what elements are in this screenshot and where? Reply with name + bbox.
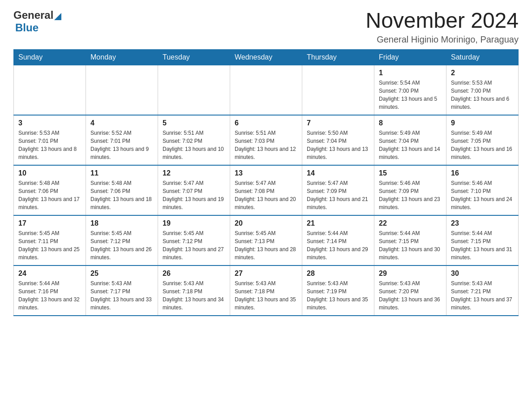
calendar-cell: 11Sunrise: 5:48 AM Sunset: 7:06 PM Dayli… — [86, 165, 158, 215]
day-number: 17 — [18, 219, 81, 227]
day-info: Sunrise: 5:45 AM Sunset: 7:12 PM Dayligh… — [90, 229, 153, 261]
day-number: 5 — [163, 119, 225, 127]
calendar-cell: 19Sunrise: 5:45 AM Sunset: 7:12 PM Dayli… — [158, 215, 230, 265]
day-number: 27 — [235, 270, 297, 278]
day-number: 22 — [379, 219, 442, 227]
calendar-cell: 24Sunrise: 5:44 AM Sunset: 7:16 PM Dayli… — [14, 265, 86, 316]
day-number: 18 — [90, 219, 153, 227]
day-info: Sunrise: 5:43 AM Sunset: 7:17 PM Dayligh… — [90, 279, 153, 312]
day-number: 2 — [451, 69, 514, 77]
calendar-cell: 14Sunrise: 5:47 AM Sunset: 7:09 PM Dayli… — [302, 165, 374, 215]
calendar-week-row: 1Sunrise: 5:54 AM Sunset: 7:00 PM Daylig… — [14, 65, 519, 115]
logo-blue-text: Blue — [15, 21, 39, 34]
day-info: Sunrise: 5:51 AM Sunset: 7:03 PM Dayligh… — [235, 129, 297, 161]
logo-triangle-icon — [54, 13, 61, 20]
day-info: Sunrise: 5:49 AM Sunset: 7:05 PM Dayligh… — [451, 129, 514, 161]
day-info: Sunrise: 5:43 AM Sunset: 7:18 PM Dayligh… — [235, 279, 297, 312]
day-header-tuesday: Tuesday — [158, 49, 230, 65]
calendar-cell: 12Sunrise: 5:47 AM Sunset: 7:07 PM Dayli… — [158, 165, 230, 215]
day-number: 1 — [379, 69, 442, 77]
calendar-cell — [302, 65, 374, 115]
day-number: 15 — [379, 169, 442, 177]
day-number: 19 — [163, 219, 225, 227]
day-number: 13 — [235, 169, 297, 177]
day-number: 28 — [307, 270, 369, 278]
calendar-week-row: 24Sunrise: 5:44 AM Sunset: 7:16 PM Dayli… — [14, 265, 519, 316]
calendar-table: SundayMondayTuesdayWednesdayThursdayFrid… — [13, 49, 519, 316]
calendar-cell: 30Sunrise: 5:43 AM Sunset: 7:21 PM Dayli… — [446, 265, 519, 316]
day-info: Sunrise: 5:45 AM Sunset: 7:13 PM Dayligh… — [235, 229, 297, 261]
calendar-cell: 21Sunrise: 5:44 AM Sunset: 7:14 PM Dayli… — [302, 215, 374, 265]
calendar-cell: 9Sunrise: 5:49 AM Sunset: 7:05 PM Daylig… — [446, 115, 519, 165]
calendar-cell: 6Sunrise: 5:51 AM Sunset: 7:03 PM Daylig… — [230, 115, 302, 165]
day-header-monday: Monday — [86, 49, 158, 65]
day-info: Sunrise: 5:50 AM Sunset: 7:04 PM Dayligh… — [307, 129, 369, 161]
day-info: Sunrise: 5:52 AM Sunset: 7:01 PM Dayligh… — [90, 129, 153, 161]
day-info: Sunrise: 5:53 AM Sunset: 7:01 PM Dayligh… — [18, 129, 81, 161]
day-number: 30 — [451, 270, 514, 278]
day-number: 3 — [18, 119, 81, 127]
calendar-cell: 25Sunrise: 5:43 AM Sunset: 7:17 PM Dayli… — [86, 265, 158, 316]
day-info: Sunrise: 5:43 AM Sunset: 7:18 PM Dayligh… — [163, 279, 225, 312]
page-header: General Blue November 2024 General Higin… — [13, 9, 519, 45]
calendar-cell: 18Sunrise: 5:45 AM Sunset: 7:12 PM Dayli… — [86, 215, 158, 265]
calendar-cell: 2Sunrise: 5:53 AM Sunset: 7:00 PM Daylig… — [446, 65, 519, 115]
calendar-cell: 23Sunrise: 5:44 AM Sunset: 7:15 PM Dayli… — [446, 215, 519, 265]
calendar-cell: 20Sunrise: 5:45 AM Sunset: 7:13 PM Dayli… — [230, 215, 302, 265]
day-info: Sunrise: 5:48 AM Sunset: 7:06 PM Dayligh… — [18, 179, 81, 211]
day-number: 23 — [451, 219, 514, 227]
day-info: Sunrise: 5:47 AM Sunset: 7:08 PM Dayligh… — [235, 179, 297, 211]
calendar-cell: 5Sunrise: 5:51 AM Sunset: 7:02 PM Daylig… — [158, 115, 230, 165]
calendar-cell — [158, 65, 230, 115]
day-number: 25 — [90, 270, 153, 278]
day-info: Sunrise: 5:43 AM Sunset: 7:19 PM Dayligh… — [307, 279, 369, 312]
calendar-cell — [86, 65, 158, 115]
day-number: 6 — [235, 119, 297, 127]
calendar-cell — [230, 65, 302, 115]
day-number: 7 — [307, 119, 369, 127]
day-info: Sunrise: 5:45 AM Sunset: 7:12 PM Dayligh… — [163, 229, 225, 261]
day-number: 24 — [18, 270, 81, 278]
day-info: Sunrise: 5:53 AM Sunset: 7:00 PM Dayligh… — [451, 79, 514, 111]
calendar-cell: 22Sunrise: 5:44 AM Sunset: 7:15 PM Dayli… — [374, 215, 446, 265]
calendar-week-row: 3Sunrise: 5:53 AM Sunset: 7:01 PM Daylig… — [14, 115, 519, 165]
day-info: Sunrise: 5:47 AM Sunset: 7:07 PM Dayligh… — [163, 179, 225, 211]
calendar-cell: 27Sunrise: 5:43 AM Sunset: 7:18 PM Dayli… — [230, 265, 302, 316]
calendar-cell: 28Sunrise: 5:43 AM Sunset: 7:19 PM Dayli… — [302, 265, 374, 316]
day-info: Sunrise: 5:51 AM Sunset: 7:02 PM Dayligh… — [163, 129, 225, 161]
day-number: 8 — [379, 119, 442, 127]
day-number: 21 — [307, 219, 369, 227]
calendar-cell: 29Sunrise: 5:43 AM Sunset: 7:20 PM Dayli… — [374, 265, 446, 316]
day-header-sunday: Sunday — [14, 49, 86, 65]
day-info: Sunrise: 5:46 AM Sunset: 7:10 PM Dayligh… — [451, 179, 514, 211]
calendar-cell: 3Sunrise: 5:53 AM Sunset: 7:01 PM Daylig… — [14, 115, 86, 165]
day-header-saturday: Saturday — [446, 49, 519, 65]
calendar-cell: 8Sunrise: 5:49 AM Sunset: 7:04 PM Daylig… — [374, 115, 446, 165]
calendar-title: November 2024 — [365, 9, 519, 33]
day-info: Sunrise: 5:44 AM Sunset: 7:15 PM Dayligh… — [379, 229, 442, 261]
day-number: 12 — [163, 169, 225, 177]
calendar-cell: 7Sunrise: 5:50 AM Sunset: 7:04 PM Daylig… — [302, 115, 374, 165]
day-info: Sunrise: 5:43 AM Sunset: 7:21 PM Dayligh… — [451, 279, 514, 312]
calendar-header-row: SundayMondayTuesdayWednesdayThursdayFrid… — [14, 49, 519, 65]
day-info: Sunrise: 5:44 AM Sunset: 7:14 PM Dayligh… — [307, 229, 369, 261]
calendar-cell: 15Sunrise: 5:46 AM Sunset: 7:09 PM Dayli… — [374, 165, 446, 215]
logo-general-text: General — [13, 9, 53, 21]
calendar-cell: 10Sunrise: 5:48 AM Sunset: 7:06 PM Dayli… — [14, 165, 86, 215]
day-info: Sunrise: 5:44 AM Sunset: 7:15 PM Dayligh… — [451, 229, 514, 261]
day-number: 9 — [451, 119, 514, 127]
day-header-wednesday: Wednesday — [230, 49, 302, 65]
day-header-friday: Friday — [374, 49, 446, 65]
day-info: Sunrise: 5:47 AM Sunset: 7:09 PM Dayligh… — [307, 179, 369, 211]
calendar-cell: 4Sunrise: 5:52 AM Sunset: 7:01 PM Daylig… — [86, 115, 158, 165]
day-number: 26 — [163, 270, 225, 278]
day-info: Sunrise: 5:44 AM Sunset: 7:16 PM Dayligh… — [18, 279, 81, 312]
day-number: 10 — [18, 169, 81, 177]
day-number: 29 — [379, 270, 442, 278]
day-info: Sunrise: 5:45 AM Sunset: 7:11 PM Dayligh… — [18, 229, 81, 261]
calendar-cell: 13Sunrise: 5:47 AM Sunset: 7:08 PM Dayli… — [230, 165, 302, 215]
day-number: 20 — [235, 219, 297, 227]
day-info: Sunrise: 5:43 AM Sunset: 7:20 PM Dayligh… — [379, 279, 442, 312]
day-header-thursday: Thursday — [302, 49, 374, 65]
calendar-cell: 16Sunrise: 5:46 AM Sunset: 7:10 PM Dayli… — [446, 165, 519, 215]
